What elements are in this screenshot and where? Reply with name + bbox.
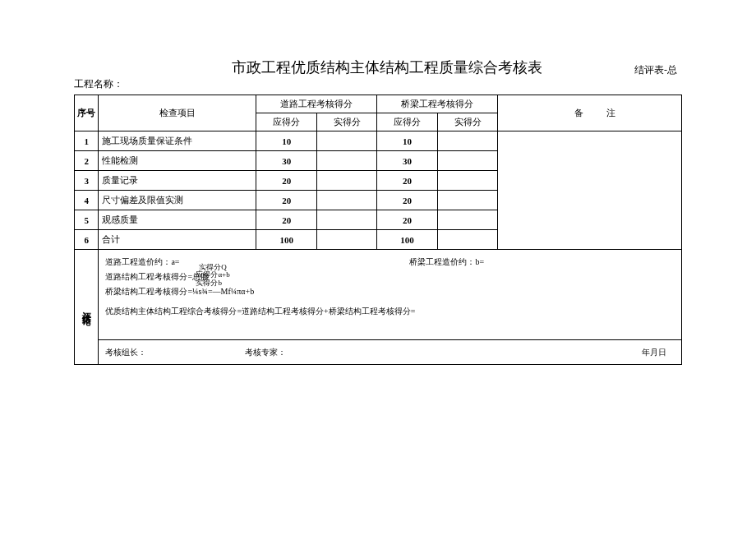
cell-item: 质量记录 [102, 175, 138, 185]
cell-value: 10 [282, 136, 291, 146]
combined-formula: 优质结构主体结构工程综合考核得分=道路结构工程考核得分+桥梁结构工程考核得分= [105, 304, 675, 319]
conclusion-body: 道路工程造价约：a= 桥梁工程造价约：b= 道路结构工程考核得分=总腺 实得分Q… [99, 250, 682, 340]
frac-bot: 应得分α+b [196, 270, 229, 279]
cell-value: 20 [282, 196, 291, 205]
sign-expert: 考核专家： [245, 347, 642, 358]
cell-seq: 6 [84, 235, 89, 245]
road-formula: 道路结构工程考核得分=总腺 实得分Q 应得分α+b [105, 270, 209, 284]
cell-value: 30 [282, 156, 291, 166]
cell-value: 20 [403, 196, 412, 205]
col-road-due: 应得分 [273, 117, 300, 127]
remark-cell [498, 131, 682, 250]
project-name-label: 工程名称： [74, 77, 682, 91]
cell-value: 20 [282, 215, 291, 225]
cell-item: 施工现场质量保证条件 [102, 136, 192, 145]
cell-seq: 1 [84, 136, 89, 146]
header-row: 市政工程优质结构主体结构工程质量综合考核表 结评表-总 [74, 58, 682, 77]
page-title: 市政工程优质结构主体结构工程质量综合考核表 [74, 58, 634, 77]
col-bridge-group: 桥梁工程考核得分 [401, 99, 473, 108]
col-seq: 序号 [77, 108, 95, 118]
cell-value: 100 [400, 235, 414, 245]
cell-seq: 3 [84, 176, 89, 186]
cell-value: 20 [403, 176, 412, 186]
form-code: 结评表-总 [634, 63, 682, 77]
cell-value: 10 [403, 136, 412, 146]
cell-value: 100 [279, 235, 293, 245]
cell-item: 观感质量 [102, 214, 138, 224]
cost-a: 道路工程造价约：a= [105, 255, 409, 270]
col-road-got: 实得分 [334, 117, 361, 127]
bridge-formula-text: 桥梁结构工程考核得分=¼s¾=—Mf¼πα+b [105, 287, 254, 296]
cost-b: 桥梁工程造价约：b= [409, 255, 484, 270]
table-row: 1 施工现场质量保证条件 10 10 [75, 131, 682, 151]
cell-item: 合计 [102, 234, 120, 244]
cell-item: 尺寸偏差及限值实测 [102, 195, 183, 205]
cell-seq: 4 [84, 196, 89, 205]
col-remark: 备注 [542, 107, 638, 119]
assessment-table: 序号 检查项目 道路工程考核得分 桥梁工程考核得分 备注 应得分 实得分 应得分… [74, 95, 682, 365]
sign-row: 考核组长： 考核专家： 年月日 [75, 340, 682, 365]
col-road-group: 道路工程考核得分 [280, 99, 353, 108]
cell-seq: 5 [84, 215, 89, 225]
cell-value: 20 [403, 215, 412, 225]
cell-item: 性能检测 [102, 155, 138, 165]
frac-top-2: 实得分b [196, 279, 222, 287]
conclusion-label: 评价结论 [82, 304, 92, 311]
bridge-formula: 桥梁结构工程考核得分=¼s¾=—Mf¼πα+b 实得分b [105, 284, 254, 299]
sign-leader: 考核组长： [105, 347, 245, 358]
cell-value: 30 [403, 156, 412, 166]
col-item: 检查项目 [159, 108, 196, 118]
col-bridge-due: 应得分 [394, 117, 421, 127]
col-bridge-got: 实得分 [454, 117, 482, 127]
table-head-row-1: 序号 检查项目 道路工程考核得分 桥梁工程考核得分 备注 [75, 95, 682, 113]
road-formula-text: 道路结构工程考核得分=总腺 [105, 272, 209, 281]
sign-date: 年月日 [642, 347, 675, 358]
cell-value: 20 [282, 176, 291, 186]
conclusion-row: 评价结论 道路工程造价约：a= 桥梁工程造价约：b= 道路结构工程考核得分=总腺… [75, 250, 682, 340]
cell-seq: 2 [84, 156, 89, 166]
